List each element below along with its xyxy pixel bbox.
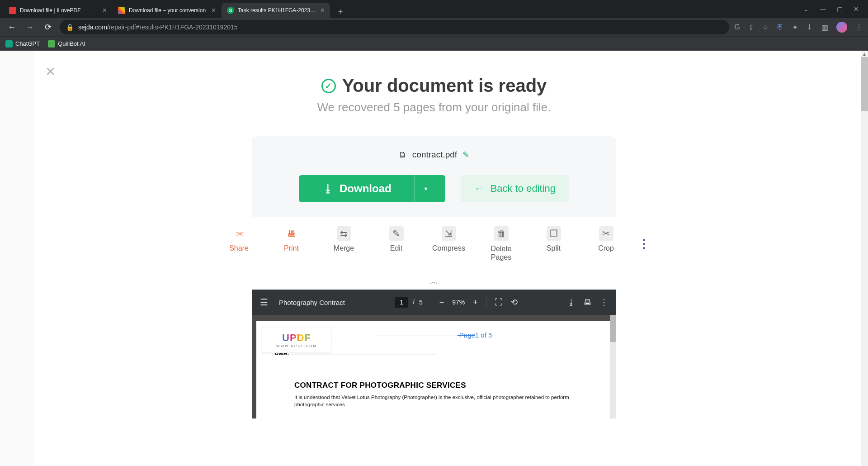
url-host: sejda.com [78,24,107,31]
tab-conversion[interactable]: Download file – your conversion × [113,3,221,18]
close-icon[interactable]: × [212,6,216,14]
extensions-icon[interactable]: ✦ [792,23,798,32]
tab-title: Task results PK1H1FGA-2023101 [238,7,317,14]
profile-avatar[interactable] [836,22,847,33]
pdf-page-sep: / [413,299,415,306]
rotate-icon[interactable]: ⟲ [511,297,518,307]
bookmark-icon [48,40,55,48]
pdf-download-icon[interactable]: ⭳ [567,298,576,307]
pdf-page: UPDF WWW.UPDF.COM Page 1 of 5 Date: CONT… [256,321,612,418]
merge-icon: ⇆ [337,226,351,241]
action-merge[interactable]: ⇆ Merge [328,226,360,262]
minimize-icon[interactable]: — [820,5,826,13]
compress-icon: ⇲ [442,226,456,241]
bookmark-label: ChatGPT [15,40,40,47]
pdf-menu-icon[interactable]: ☰ [260,297,268,308]
url-path: /repair-pdf#results-PK1H1FGA-20231019201… [107,24,238,31]
download-button[interactable]: ⭳ Download ▾ [299,175,445,202]
actions-bar: ⫘ Share 🖶 Print ⇆ Merge ✎ Edit ⇲ Comp [252,217,616,271]
action-label: Edit [390,244,403,252]
reload-icon[interactable]: ⟳ [42,22,54,32]
page-scrollbar[interactable]: ▲ [861,51,868,466]
pdf-page-area: UPDF WWW.UPDF.COM Page 1 of 5 Date: CONT… [252,315,616,418]
action-label: Share [229,244,249,252]
action-label: Compress [432,244,465,252]
back-to-editing-button[interactable]: ← Back to editing [461,175,569,202]
download-caret-icon[interactable]: ▾ [414,175,427,202]
pdf-scrollbar[interactable] [610,315,616,418]
forward-icon[interactable]: → [24,23,36,32]
close-icon[interactable]: × [321,6,325,14]
maximize-icon[interactable]: ▢ [837,5,843,13]
bookmarks-bar: ChatGPT QuillBot AI [0,36,868,51]
menu-icon[interactable]: ⋮ [855,23,863,32]
tab-strip: Download file | iLovePDF × Download file… [0,0,347,18]
lock-icon: 🔒 [66,24,74,31]
download-label: Download [340,182,392,195]
arrow-left-icon: ← [474,183,484,195]
collapse-preview-icon[interactable]: ︿ [252,271,616,290]
download-icon: ⭳ [323,183,333,195]
trash-icon: 🗑 [494,226,509,241]
hero: ✓ Your document is ready We recovered 5 … [0,76,868,114]
window-controls: ⌄ — ▢ ✕ [803,5,868,13]
tab-sejda[interactable]: S Task results PK1H1FGA-2023101 × [222,3,330,18]
split-icon: ❐ [547,226,561,241]
action-compress[interactable]: ⇲ Compress [433,226,465,262]
tab-ilovepdf[interactable]: Download file | iLovePDF × [4,3,112,18]
action-label: Split [547,244,561,252]
downloads-icon[interactable]: ⭳ [806,23,813,31]
edit-icon: ✎ [389,226,404,241]
back-icon[interactable]: ← [5,23,18,32]
favicon-icon [9,7,16,14]
chevron-down-icon[interactable]: ⌄ [803,5,809,13]
more-actions-button[interactable] [643,239,645,249]
share-icon[interactable]: ⇧ [748,23,754,32]
fit-page-icon[interactable]: ⛶ [495,298,503,307]
pdf-current-page[interactable]: 1 [395,297,408,308]
action-print[interactable]: 🖶 Print [276,226,307,262]
new-tab-button[interactable]: + [334,5,347,18]
close-icon[interactable]: × [103,6,107,14]
google-icon[interactable]: G [735,23,740,31]
back-label: Back to editing [491,183,556,195]
edit-filename-icon[interactable]: ✎ [462,150,469,160]
bookmark-chatgpt[interactable]: ChatGPT [5,40,40,48]
address-bar[interactable]: 🔒 sejda.com/repair-pdf#results-PK1H1FGA-… [60,20,729,34]
watermark-url: WWW.UPDF.COM [276,344,317,348]
action-split[interactable]: ❐ Split [538,226,570,262]
sidepanel-icon[interactable]: ▥ [821,23,828,32]
action-delete-pages[interactable]: 🗑 Delete Pages [486,226,517,262]
bookmark-label: QuillBot AI [58,40,85,47]
page-content: ✕ ✓ Your document is ready We recovered … [0,51,868,466]
pdf-more-icon[interactable]: ⋮ [600,297,608,307]
pdf-print-icon[interactable]: 🖶 [584,298,592,307]
shield-icon[interactable]: ⛨ [777,23,784,31]
action-label: Print [284,244,299,252]
bookmark-star-icon[interactable]: ☆ [762,23,769,32]
browser-toolbar: ← → ⟳ 🔒 sejda.com/repair-pdf#results-PK1… [0,18,868,36]
pdf-page-controls: 1 / 5 [395,297,423,308]
check-circle-icon: ✓ [321,79,336,93]
zoom-in-icon[interactable]: + [473,298,478,307]
pdf-zoom-level: 97% [452,299,465,306]
divider [431,297,431,308]
page-title: ✓ Your document is ready [321,76,547,96]
action-share[interactable]: ⫘ Share [223,226,255,262]
close-window-icon[interactable]: ✕ [854,5,859,13]
toolbar-actions: G ⇧ ☆ ⛨ ✦ ⭳ ▥ ⋮ [735,22,863,33]
scrollbar-thumb[interactable] [861,57,868,111]
page-subtitle: We recovered 5 pages from your original … [0,100,868,114]
print-icon: 🖶 [284,226,299,241]
pdf-total-pages: 5 [419,299,423,306]
close-icon[interactable]: ✕ [45,64,56,79]
action-crop[interactable]: ✂ Crop [590,226,622,262]
contract-heading: CONTRACT FOR PHOTOGRAPHIC SERVICES [294,381,594,390]
scroll-up-icon[interactable]: ▲ [861,52,868,57]
browser-titlebar: Download file | iLovePDF × Download file… [0,0,868,18]
pdf-toolbar: ☰ Photography Contract 1 / 5 − 97% + ⛶ ⟲… [252,290,616,315]
zoom-out-icon[interactable]: − [439,298,444,307]
scrollbar-thumb[interactable] [610,315,616,342]
bookmark-quillbot[interactable]: QuillBot AI [48,40,85,48]
action-edit[interactable]: ✎ Edit [381,226,412,262]
